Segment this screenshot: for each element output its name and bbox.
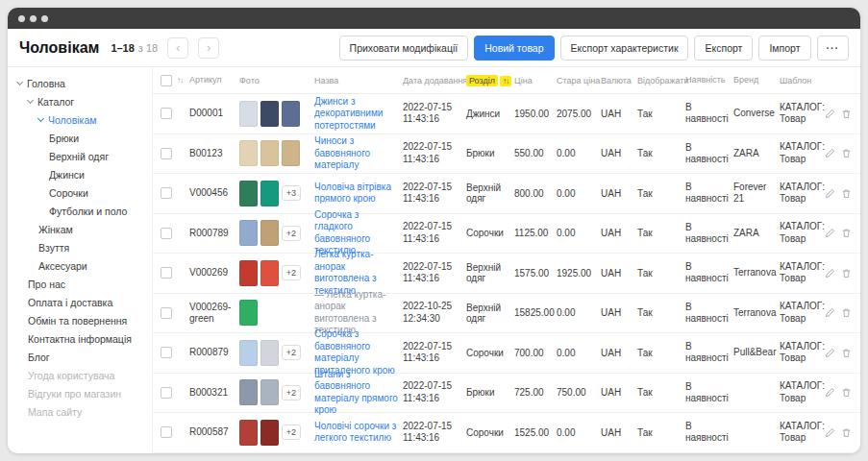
sidebar-item[interactable]: Брюки [17, 129, 150, 147]
prev-page-button[interactable]: ‹ [167, 37, 188, 59]
column-article[interactable]: Артикул [189, 75, 239, 85]
product-photo[interactable] [239, 260, 258, 286]
row-checkbox[interactable] [161, 426, 172, 438]
product-name-link[interactable]: Чоловіча вітрівка прямого крою [314, 182, 399, 206]
product-photo[interactable] [260, 220, 279, 246]
column-template[interactable]: Шаблон [780, 76, 828, 85]
sidebar-item[interactable]: Головна [17, 74, 150, 92]
more-actions-button[interactable]: ··· [817, 36, 850, 61]
product-photo[interactable] [239, 379, 258, 405]
column-availability[interactable]: Наявність [685, 75, 733, 85]
more-photos-badge[interactable]: +2 [282, 425, 301, 440]
select-all-checkbox[interactable] [161, 75, 172, 86]
edit-icon[interactable] [825, 148, 835, 158]
more-photos-badge[interactable]: +2 [282, 226, 301, 241]
sort-section-icon[interactable]: ↑↓ [500, 76, 511, 86]
column-section[interactable]: Розділ↑↓ [466, 76, 514, 85]
window-minimize-icon[interactable] [30, 15, 37, 22]
product-photo[interactable] [239, 220, 258, 246]
sidebar-item[interactable]: Про нас [17, 275, 150, 293]
export-characteristics-button[interactable]: Експорт характеристик [560, 36, 689, 61]
sidebar-item[interactable]: Мапа сайту [17, 402, 150, 421]
sidebar-item[interactable]: Угода користувача [17, 366, 150, 384]
import-button[interactable]: Імпорт [758, 36, 810, 61]
sidebar-item[interactable]: Відгуки про магазин [17, 384, 150, 402]
sidebar-item[interactable]: Футболки и поло [17, 202, 150, 220]
product-name-link[interactable]: Джинси з декоративними потертостями [314, 96, 399, 133]
edit-icon[interactable] [825, 307, 835, 318]
delete-icon[interactable] [841, 307, 852, 318]
sidebar-item[interactable]: Верхній одяг [17, 147, 150, 165]
sidebar-item[interactable]: Каталог [17, 92, 150, 110]
product-photo[interactable] [239, 420, 258, 446]
column-price[interactable]: Ціна [514, 76, 557, 85]
delete-icon[interactable] [841, 427, 852, 438]
product-photo[interactable] [282, 101, 300, 127]
column-old-price[interactable]: Стара ціна [557, 76, 601, 85]
product-photo[interactable] [282, 140, 300, 166]
column-currency[interactable]: Валюта [601, 76, 637, 85]
window-close-icon[interactable] [18, 15, 25, 22]
delete-icon[interactable] [841, 387, 852, 398]
sidebar-item[interactable]: Контактна інформація [17, 329, 150, 348]
window-maximize-icon[interactable] [41, 15, 48, 22]
edit-icon[interactable] [825, 188, 835, 199]
delete-icon[interactable] [841, 348, 852, 358]
edit-icon[interactable] [825, 427, 835, 438]
column-display[interactable]: Відображати [637, 76, 685, 85]
sidebar-item[interactable]: Сорочки [17, 183, 150, 202]
edit-icon[interactable] [825, 109, 835, 119]
product-photo[interactable] [239, 300, 258, 326]
more-photos-badge[interactable]: +3 [282, 185, 301, 201]
product-photo[interactable] [260, 340, 279, 366]
product-photo[interactable] [260, 379, 279, 405]
delete-icon[interactable] [841, 148, 852, 158]
row-checkbox[interactable] [161, 187, 172, 199]
delete-icon[interactable] [841, 188, 852, 199]
product-name-link[interactable]: Чиноси з бавовняного матеріалу [314, 135, 399, 172]
edit-icon[interactable] [825, 387, 835, 398]
row-checkbox[interactable] [161, 307, 172, 319]
sidebar-item[interactable]: Аксесуари [17, 256, 150, 275]
product-photo[interactable] [260, 260, 279, 286]
product-name-link[interactable]: Штани з бавовняного матеріалу прямого кр… [314, 369, 399, 417]
product-photo[interactable] [239, 181, 258, 206]
export-button[interactable]: Експорт [694, 36, 753, 61]
row-checkbox[interactable] [161, 347, 172, 358]
sidebar-item[interactable]: Оплата і доставка [17, 293, 150, 311]
delete-icon[interactable] [841, 268, 852, 279]
more-photos-badge[interactable]: +2 [282, 265, 301, 280]
product-photo[interactable] [260, 181, 279, 206]
row-checkbox[interactable] [161, 148, 172, 159]
new-product-button[interactable]: Новий товар [474, 36, 554, 61]
sidebar-item[interactable]: Обмін та повернення [17, 311, 150, 329]
delete-icon[interactable] [841, 228, 852, 238]
more-photos-badge[interactable]: +2 [282, 345, 301, 360]
next-page-button[interactable]: › [198, 37, 219, 59]
product-photo[interactable] [260, 101, 279, 127]
sidebar-item[interactable]: Блог [17, 348, 150, 366]
delete-icon[interactable] [841, 109, 852, 119]
edit-icon[interactable] [825, 268, 835, 279]
product-photo[interactable] [239, 101, 258, 127]
edit-icon[interactable] [825, 228, 835, 238]
sort-rows-icon[interactable]: ↑↓ [177, 76, 183, 85]
sidebar-item[interactable]: Джинси [17, 165, 150, 183]
product-name-link[interactable]: Чоловічі сорочки з легкого текстилю [314, 421, 399, 445]
hide-modifications-button[interactable]: Приховати модифікації [339, 36, 469, 61]
sidebar-item[interactable]: Жінкам [17, 220, 150, 238]
row-checkbox[interactable] [161, 108, 172, 119]
sidebar-item[interactable]: Взуття [17, 238, 150, 256]
product-photo[interactable] [239, 340, 258, 366]
product-photo[interactable] [260, 140, 279, 166]
edit-icon[interactable] [825, 348, 835, 358]
column-brand[interactable]: Бренд [733, 75, 780, 85]
row-checkbox[interactable] [161, 267, 172, 279]
product-photo[interactable] [260, 420, 279, 446]
row-checkbox[interactable] [161, 228, 172, 239]
column-date-added[interactable]: Дата додавання [403, 76, 466, 85]
product-photo[interactable] [239, 140, 258, 166]
sidebar-item[interactable]: Чоловікам [17, 110, 150, 129]
column-name[interactable]: Назва [314, 76, 403, 85]
row-checkbox[interactable] [161, 387, 172, 399]
